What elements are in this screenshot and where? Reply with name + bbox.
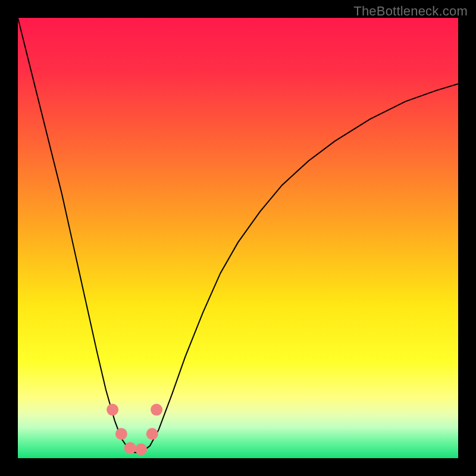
highlight-point (146, 428, 158, 440)
bottleneck-chart (18, 18, 458, 458)
gradient-background (18, 18, 458, 458)
highlight-point (135, 443, 147, 455)
highlight-point (107, 404, 118, 416)
watermark-text: TheBottleneck.com (353, 4, 468, 19)
highlight-point (115, 428, 127, 440)
plot-area (18, 18, 458, 458)
highlight-point (151, 404, 162, 416)
highlight-point (124, 442, 136, 454)
chart-frame: TheBottleneck.com (0, 0, 476, 476)
